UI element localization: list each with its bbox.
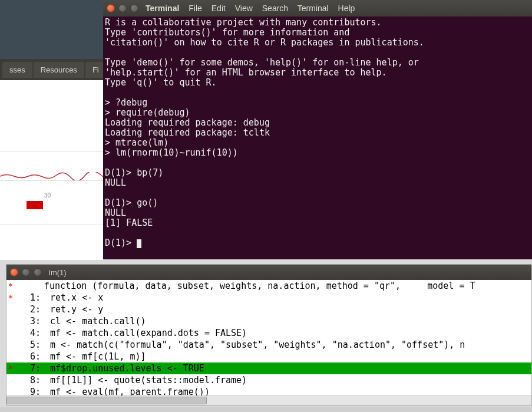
line-number: 2: bbox=[15, 304, 44, 315]
code-text: m <- match(c("formula", "data", "subset"… bbox=[44, 340, 531, 350]
code-line[interactable]: 3:cl <- match.call() bbox=[6, 315, 531, 327]
code-line[interactable]: 6:mf <- mf[c(1L, m)] bbox=[6, 351, 531, 362]
taskbar bbox=[0, 407, 532, 412]
code-line[interactable]: 5:m <- match(c("formula", "data", "subse… bbox=[6, 339, 531, 351]
line-number: 4: bbox=[15, 328, 44, 338]
code-line[interactable]: 9:mf <- eval(mf, parent.frame()) bbox=[6, 386, 531, 395]
line-number: 3: bbox=[15, 316, 44, 327]
background-tabbar: sses Resources Fi bbox=[0, 59, 103, 80]
menu-view[interactable]: View bbox=[235, 4, 253, 13]
menu-search[interactable]: Search bbox=[262, 4, 288, 13]
code-text: ret.x <- x bbox=[44, 292, 531, 303]
line-number: 8: bbox=[15, 375, 44, 385]
debug-code-body[interactable]: * function (formula, data, subset, weigh… bbox=[6, 280, 531, 395]
function-signature: * function (formula, data, subset, weigh… bbox=[6, 280, 531, 292]
code-text: ret.y <- y bbox=[44, 304, 531, 315]
debug-titlebar[interactable]: lm(1) bbox=[6, 265, 531, 280]
breakpoint-marker[interactable]: * bbox=[6, 293, 15, 302]
line-number: 5: bbox=[15, 340, 44, 350]
maximize-icon[interactable] bbox=[34, 268, 42, 276]
line-number: 1: bbox=[15, 292, 44, 303]
debug-window: lm(1) * function (formula, data, subset,… bbox=[6, 264, 532, 406]
code-text: mf[[1L]] <- quote(stats::model.frame) bbox=[44, 375, 531, 385]
code-text: mf <- eval(mf, parent.frame()) bbox=[44, 387, 531, 395]
code-text: mf <- match.call(expand.dots = FALSE) bbox=[44, 328, 531, 338]
minimize-icon[interactable] bbox=[118, 4, 127, 12]
menu-file[interactable]: File bbox=[189, 4, 202, 13]
terminal-window: Terminal File Edit View Search Terminal … bbox=[103, 0, 532, 259]
code-text: cl <- match.call() bbox=[44, 316, 531, 327]
terminal-cursor bbox=[137, 239, 141, 248]
chart-tick-label: 30 bbox=[44, 192, 51, 199]
terminal-menubar: File Edit View Search Terminal Help bbox=[189, 4, 362, 13]
code-line[interactable]: *7:mf$drop.unused.levels <- TRUE bbox=[6, 362, 531, 374]
bg-tab-resources[interactable]: Resources bbox=[34, 62, 84, 78]
code-line[interactable]: 2:ret.y <- y bbox=[6, 304, 531, 315]
code-text: mf$drop.unused.levels <- TRUE bbox=[44, 363, 531, 374]
horizontal-scrollbar[interactable] bbox=[6, 395, 531, 405]
terminal-title: Terminal bbox=[146, 4, 179, 13]
breakpoint-marker[interactable]: * bbox=[6, 364, 15, 373]
line-number: 6: bbox=[15, 351, 44, 362]
line-number: 7: bbox=[15, 363, 44, 374]
close-icon[interactable] bbox=[10, 268, 18, 276]
terminal-titlebar[interactable]: Terminal File Edit View Search Terminal … bbox=[103, 0, 532, 17]
close-icon[interactable] bbox=[107, 4, 115, 12]
code-line[interactable]: 4:mf <- match.call(expand.dots = FALSE) bbox=[6, 327, 531, 339]
line-number: 9: bbox=[15, 387, 44, 395]
background-chart: 30 bbox=[0, 80, 103, 260]
code-line[interactable]: *1:ret.x <- x bbox=[6, 292, 531, 304]
scrollbar-thumb[interactable] bbox=[6, 397, 207, 404]
menu-help[interactable]: Help bbox=[338, 4, 355, 13]
code-text: mf <- mf[c(1L, m)] bbox=[44, 351, 531, 362]
chart-line-icon bbox=[0, 172, 103, 180]
maximize-icon[interactable] bbox=[130, 4, 138, 12]
menu-edit[interactable]: Edit bbox=[212, 4, 226, 13]
menu-terminal[interactable]: Terminal bbox=[298, 4, 329, 13]
legend-swatch bbox=[27, 201, 43, 209]
bg-tab-processes[interactable]: sses bbox=[2, 62, 32, 78]
debug-title: lm(1) bbox=[49, 268, 67, 277]
terminal-output[interactable]: R is a collaborative project with many c… bbox=[103, 17, 532, 259]
code-line[interactable]: 8:mf[[1L]] <- quote(stats::model.frame) bbox=[6, 374, 531, 386]
minimize-icon[interactable] bbox=[22, 268, 30, 276]
